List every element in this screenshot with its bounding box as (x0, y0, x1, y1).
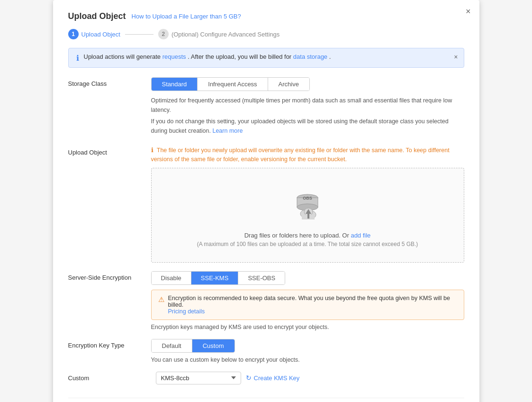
drop-text: Drag files or folders here to upload. Or… (244, 232, 371, 239)
modal-title: Upload Object (68, 11, 126, 21)
svg-text:OBS: OBS (303, 196, 312, 201)
step-divider (125, 34, 153, 35)
upload-object-row: Upload Object ℹ The file or folder you n… (68, 146, 464, 263)
upload-object-label: Upload Object (68, 146, 151, 156)
info-icon: ℹ (76, 54, 79, 63)
encryption-key-type-label: Encryption Key Type (68, 339, 151, 349)
storage-class-label: Storage Class (68, 77, 151, 87)
step-2-badge: 2 (158, 29, 169, 39)
tab-archive[interactable]: Archive (268, 78, 309, 91)
encryption-key-type-row: Encryption Key Type Default Custom You c… (68, 339, 464, 363)
learn-more-link[interactable]: Learn more (212, 128, 243, 134)
create-kms-label: Create KMS Key (254, 375, 300, 382)
modal-footer: Next: (Optional) Configure Advanced Sett… (68, 398, 464, 402)
refresh-icon: ↻ (246, 374, 252, 382)
pricing-details-link[interactable]: Pricing details (168, 308, 205, 315)
encryption-warn-banner: ⚠ Encryption is recommended to keep data… (151, 290, 464, 320)
encryption-tabs: Disable SSE-KMS SSE-OBS (151, 271, 286, 285)
tab-standard[interactable]: Standard (152, 78, 198, 91)
tab-sse-obs[interactable]: SSE-OBS (238, 272, 285, 284)
drop-subtext: (A maximum of 100 files can be uploaded … (197, 241, 418, 247)
tab-sse-kms[interactable]: SSE-KMS (191, 272, 239, 284)
storage-class-tabs: Standard Infrequent Access Archive (151, 77, 310, 91)
upload-object-content: ℹ The file or folder you newly upload wi… (151, 146, 464, 263)
tab-custom-key[interactable]: Custom (192, 339, 234, 352)
server-side-encryption-content: Disable SSE-KMS SSE-OBS ⚠ Encryption is … (151, 271, 464, 330)
dropzone[interactable]: OBS Drag files or folders here to upload… (151, 168, 464, 263)
help-link[interactable]: How to Upload a File Larger than 5 GB? (132, 13, 241, 20)
close-button[interactable]: × (466, 7, 471, 17)
custom-kms-select[interactable]: KMS-8ccb (156, 372, 241, 384)
storage-class-row: Storage Class Standard Infrequent Access… (68, 77, 464, 137)
server-side-encryption-row: Server-Side Encryption Disable SSE-KMS S… (68, 271, 464, 330)
tab-default-key[interactable]: Default (152, 339, 192, 352)
create-kms-button[interactable]: ↻ Create KMS Key (246, 374, 300, 382)
info-banner: ℹ Upload actions will generate requests … (68, 48, 464, 68)
step-2-label: (Optional) Configure Advanced Settings (171, 31, 280, 38)
banner-text: Upload actions will generate requests . … (84, 53, 456, 60)
warning-icon: ℹ (151, 147, 153, 154)
requests-link[interactable]: requests (162, 53, 186, 60)
custom-row: Custom KMS-8ccb ↻ Create KMS Key (68, 372, 464, 384)
encryption-desc: Encryption keys managed by KMS are used … (151, 324, 464, 330)
modal-title-row: Upload Object How to Upload a File Large… (68, 11, 464, 21)
obs-upload-icon: OBS (286, 187, 329, 225)
upload-warning: ℹ The file or folder you newly upload wi… (151, 146, 464, 164)
storage-class-content: Standard Infrequent Access Archive Optim… (151, 77, 464, 137)
encryption-key-type-content: Default Custom You can use a custom key … (151, 339, 464, 363)
add-file-link[interactable]: add file (351, 232, 370, 239)
storage-desc-1: Optimized for frequently accessed (multi… (151, 96, 464, 115)
steps-bar: 1 Upload Object 2 (Optional) Configure A… (68, 29, 464, 39)
step-1-badge: 1 (68, 29, 79, 39)
key-type-tabs: Default Custom (151, 339, 235, 353)
tab-infrequent-access[interactable]: Infrequent Access (198, 78, 268, 91)
upload-object-modal: × Upload Object How to Upload a File Lar… (53, 0, 479, 402)
server-side-encryption-label: Server-Side Encryption (68, 271, 151, 281)
storage-desc-2: If you do not change this setting, your … (151, 117, 464, 136)
key-type-desc: You can use a custom key below to encryp… (151, 356, 464, 363)
banner-close-button[interactable]: × (454, 53, 458, 61)
custom-label: Custom (68, 375, 151, 382)
encryption-warn-text: Encryption is recommended to keep data s… (168, 295, 457, 315)
step-1-label: Upload Object (81, 31, 120, 38)
tab-disable[interactable]: Disable (152, 272, 191, 284)
encryption-warn-icon: ⚠ (158, 295, 164, 304)
data-storage-link[interactable]: data storage (293, 53, 327, 60)
